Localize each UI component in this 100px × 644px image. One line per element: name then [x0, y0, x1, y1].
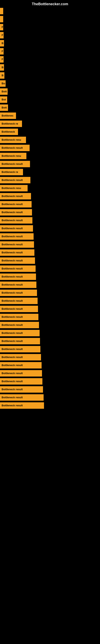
bar-label: Bottleneck result: [0, 217, 32, 224]
bar-item: Bottleneck result: [0, 378, 100, 385]
bar-item: Bottleneck result: [0, 176, 100, 184]
bar-label: Bottleneck result: [0, 298, 38, 304]
bar-item: Bottleneck result: [0, 257, 100, 264]
bar-label: Bottleneck resu: [0, 137, 26, 143]
bar-label: Bottleneck result: [0, 290, 37, 296]
bar-item: Bottleneck result: [0, 144, 100, 152]
bar-item: Bottleneck result: [0, 337, 100, 345]
bar-item: Bottleneck result: [0, 345, 100, 353]
bar-label: Bottleneck result: [0, 241, 34, 248]
bar-label: [0, 16, 3, 22]
bar-item: F: [0, 48, 100, 55]
bar-label: Bottleneck result: [0, 338, 40, 344]
bar-item: Bottleneck result: [0, 394, 100, 401]
bar-item: Bottleneck: [0, 128, 100, 136]
bar-label: Bottlenec: [0, 112, 16, 119]
bar-item: Bottleneck result: [0, 354, 100, 361]
bar-label: Bottleneck result: [0, 266, 36, 272]
bar-item: Bottleneck resu: [0, 152, 100, 160]
bar-label: Bottleneck result: [0, 306, 38, 312]
bar-item: Bottleneck result: [0, 265, 100, 272]
bar-item: Bottleneck result: [0, 249, 100, 256]
bar-item: Bottleneck result: [0, 224, 100, 232]
bar-item: Bott: [0, 88, 100, 96]
bar-label: Bottleneck result: [0, 346, 40, 352]
bar-item: B: [0, 72, 100, 79]
bar-item: Bottleneck result: [0, 362, 100, 369]
bar-container: FFBFFBBBoBottBotBottBottlenecBottleneck …: [0, 7, 100, 409]
bar-label: Bottleneck result: [0, 314, 38, 320]
bar-item: Bottleneck result: [0, 305, 100, 313]
bar-item: F: [0, 56, 100, 63]
bar-label: Bottleneck result: [0, 249, 34, 256]
bar-item: Bottleneck result: [0, 192, 100, 200]
bar-label: Bottleneck re: [0, 169, 23, 175]
bar-item: Bottleneck result: [0, 281, 100, 288]
bar-item: Bottlenec: [0, 112, 100, 120]
bar-label: Bottleneck result: [0, 177, 30, 183]
bar-item: [0, 15, 100, 23]
bar-item: Bottleneck result: [0, 216, 100, 224]
bar-label: F: [0, 24, 3, 30]
bar-item: Bottleneck result: [0, 208, 100, 216]
bar-label: F: [0, 56, 3, 62]
bar-item: Bottleneck result: [0, 313, 100, 321]
bar-item: Bottleneck result: [0, 297, 100, 305]
bar-item: Bottleneck result: [0, 200, 100, 208]
bar-item: Bottleneck result: [0, 386, 100, 393]
bar-label: Bottleneck result: [0, 354, 41, 360]
bar-item: Bottleneck result: [0, 329, 100, 337]
bar-item: Bottleneck resu: [0, 136, 100, 144]
bar-label: Bottleneck result: [0, 330, 40, 336]
bar-label: Bottleneck resu: [0, 153, 26, 159]
bar-label: Bottleneck resu: [0, 185, 28, 192]
bar-item: Bottleneck result: [0, 233, 100, 240]
bar-label: F: [0, 48, 3, 54]
bar-label: Bot: [0, 96, 7, 103]
bar-item: Bottleneck result: [0, 402, 100, 409]
bar-item: Bottleneck result: [0, 273, 100, 280]
bar-item: Bott: [0, 104, 100, 112]
bar-label: Bottleneck result: [0, 402, 44, 409]
bar-item: Bottleneck resu: [0, 184, 100, 192]
bar-label: B: [0, 40, 4, 46]
bar-label: Bott: [0, 104, 8, 111]
bar-item: F: [0, 32, 100, 39]
bar-item: Bot: [0, 96, 100, 104]
bar-label: Bottleneck result: [0, 233, 34, 240]
bar-label: Bo: [0, 80, 6, 87]
bar-label: Bottleneck result: [0, 322, 39, 328]
bar-item: Bottleneck result: [0, 321, 100, 329]
bar-label: Bottleneck result: [0, 362, 42, 368]
bar-label: Bottleneck result: [0, 370, 42, 376]
bar-label: B: [0, 64, 4, 71]
bar-item: Bottleneck re: [0, 120, 100, 128]
bar-label: Bottleneck result: [0, 386, 43, 393]
bar-label: Bottleneck result: [0, 201, 32, 208]
bar-label: Bottleneck result: [0, 193, 31, 200]
bar-label: Bottleneck result: [0, 225, 33, 232]
bar-item: Bottleneck result: [0, 289, 100, 297]
bar-label: Bottleneck result: [0, 161, 30, 167]
bar-label: Bottleneck result: [0, 209, 32, 216]
bar-label: [0, 8, 3, 14]
bar-label: Bottleneck: [0, 128, 18, 135]
bar-item: Bo: [0, 80, 100, 87]
bar-label: Bott: [0, 88, 8, 95]
bar-label: F: [0, 32, 3, 38]
bar-label: Bottleneck result: [0, 282, 36, 288]
bar-item: B: [0, 64, 100, 71]
bar-label: Bottleneck result: [0, 145, 30, 151]
site-title: TheBottlenecker.com: [0, 0, 100, 7]
bar-item: Bottleneck result: [0, 241, 100, 248]
bar-item: F: [0, 23, 100, 31]
bar-item: Bottleneck re: [0, 168, 100, 176]
bar-item: Bottleneck result: [0, 370, 100, 377]
bar-item: B: [0, 40, 100, 47]
bar-label: Bottleneck re: [0, 120, 22, 127]
bar-item: [0, 7, 100, 15]
bar-item: Bottleneck result: [0, 160, 100, 168]
bar-label: Bottleneck result: [0, 274, 36, 280]
bar-label: Bottleneck result: [0, 394, 44, 401]
bar-label: Bottleneck result: [0, 258, 35, 264]
